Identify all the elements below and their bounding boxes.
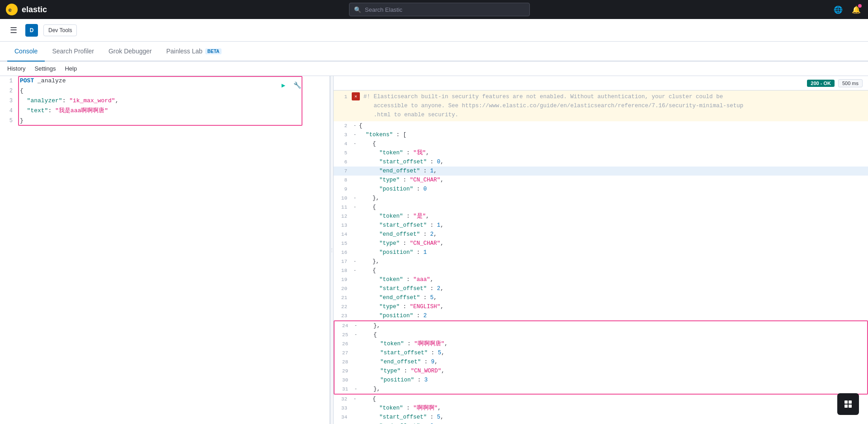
bottom-right-button[interactable] <box>837 393 859 415</box>
resp-line-2: 2 - { <box>334 121 868 130</box>
response-comment-line: #! Elasticsearch built-in security featu… <box>363 92 868 119</box>
resp-line-31: 31 - }, <box>335 385 867 394</box>
notification-badge-dot <box>858 4 862 8</box>
resp-line-30: 30 "position" : 3 <box>335 376 867 385</box>
svg-rect-3 <box>849 400 852 404</box>
search-placeholder: Search Elastic <box>365 6 402 13</box>
resp-line-22: 22 "type" : "ENGLISH", <box>334 302 868 311</box>
main-content-area: ▶ 🔧 1 POST _analyze 2 { 3 "analyzer": "i… <box>0 76 868 424</box>
search-input-wrapper[interactable]: 🔍 Search Elastic <box>349 3 530 16</box>
response-panel: 200 - OK 500 ms 1 ✕ #! Elasticsearch bui… <box>334 76 868 424</box>
globe-icon-button[interactable]: 🌐 <box>832 3 844 16</box>
resp-line-16: 16 "position" : 1 <box>334 248 868 257</box>
beta-badge: BETA <box>205 48 222 54</box>
resp-line-3: 3 - "tokens" : [ <box>334 130 868 139</box>
tab-search-profiler[interactable]: Search Profiler <box>45 42 101 62</box>
svg-rect-5 <box>849 405 852 408</box>
resp-line-35: 35 "end_offset" : 8, <box>334 422 868 424</box>
console-toolbar: History Settings Help <box>0 62 868 76</box>
resp-line-26: 26 "token" : "啊啊啊唐", <box>335 339 867 348</box>
resp-line-21: 21 "end_offset" : 5, <box>334 293 868 302</box>
dev-tools-avatar: D <box>25 24 38 37</box>
resp-line-8: 8 "type" : "CN_CHAR", <box>334 176 868 185</box>
editor-line-3: 3 "analyzer": "ik_max_word", <box>0 96 330 106</box>
editor-line-4: 4 "text": "我是aaa啊啊啊唐" <box>0 106 330 116</box>
resp-line-20: 20 "start_offset" : 2, <box>334 284 868 293</box>
resp-line-11: 11 - { <box>334 203 868 212</box>
resp-line-32: 32 - { <box>334 395 868 404</box>
dev-tools-button[interactable]: Dev Tools <box>43 24 77 36</box>
resp-line-27: 27 "start_offset" : 5, <box>335 348 867 357</box>
resp-line-17: 17 - }, <box>334 257 868 266</box>
warning-icon[interactable]: ✕ <box>352 92 360 100</box>
resp-line-29: 29 "type" : "CN_WORD", <box>335 367 867 376</box>
search-icon: 🔍 <box>354 6 361 13</box>
svg-rect-2 <box>844 400 848 404</box>
editor-toolbar: ▶ 🔧 <box>278 80 302 91</box>
resp-line-28: 28 "end_offset" : 9, <box>335 357 867 367</box>
resp-line-19: 19 "token" : "aaa", <box>334 275 868 284</box>
resp-line-10: 10 - }, <box>334 194 868 203</box>
resp-line-13: 13 "start_offset" : 1, <box>334 221 868 230</box>
editor-panel: ▶ 🔧 1 POST _analyze 2 { 3 "analyzer": "i… <box>0 76 330 424</box>
response-toolbar: 200 - OK 500 ms <box>334 76 868 91</box>
resp-line-14: 14 "end_offset" : 2, <box>334 230 868 239</box>
nav-right-actions: 🌐 🔔 <box>832 3 863 16</box>
editor-content[interactable]: ▶ 🔧 1 POST _analyze 2 { 3 "analyzer": "i… <box>0 76 330 424</box>
resp-line-24: 24 - }, <box>335 321 867 330</box>
tab-painless-lab[interactable]: Painless Lab BETA <box>159 42 229 62</box>
global-search-bar: 🔍 Search Elastic <box>52 3 826 16</box>
elastic-brand-text: elastic <box>22 5 47 14</box>
svg-rect-4 <box>844 405 848 408</box>
resp-line-15: 15 "type" : "CN_CHAR", <box>334 239 868 248</box>
logo-area: e elastic <box>5 3 47 16</box>
time-badge: 500 ms <box>838 79 863 87</box>
red-highlight-box: 24 - }, 25 - { 26 "token" : "啊啊啊唐", 27 <box>334 320 868 395</box>
resp-line-34: 34 "start_offset" : 5, <box>334 413 868 422</box>
history-button[interactable]: History <box>7 65 25 72</box>
help-button[interactable]: Help <box>65 65 77 72</box>
resp-line-23: 23 "position" : 2 <box>334 311 868 320</box>
settings-button[interactable]: Settings <box>34 65 56 72</box>
resp-line-33: 33 "token" : "啊啊啊", <box>334 404 868 413</box>
top-navigation: e elastic 🔍 Search Elastic 🌐 🔔 <box>0 0 868 19</box>
status-badge: 200 - OK <box>807 80 835 87</box>
resp-line-12: 12 "token" : "是", <box>334 212 868 221</box>
resp-line-7: 7 "end_offset" : 1, <box>334 167 868 176</box>
resp-line-5: 5 "token" : "我", <box>334 148 868 157</box>
hamburger-menu-button[interactable]: ☰ <box>7 24 20 37</box>
svg-text:e: e <box>9 6 12 13</box>
secondary-navigation: ☰ D Dev Tools <box>0 19 868 42</box>
tab-bar: Console Search Profiler Grok Debugger Pa… <box>0 42 868 62</box>
svg-point-0 <box>6 4 18 15</box>
tab-console[interactable]: Console <box>7 42 45 62</box>
notifications-button[interactable]: 🔔 <box>850 3 863 16</box>
bottom-right-icon <box>844 400 853 409</box>
resp-line-25: 25 - { <box>335 330 867 339</box>
resp-line-9: 9 "position" : 0 <box>334 185 868 194</box>
panel-divider[interactable]: ⋮ <box>330 76 334 424</box>
elastic-logo: e <box>5 3 18 16</box>
editor-line-5: 5 } <box>0 116 330 126</box>
tools-button[interactable]: 🔧 <box>292 80 302 91</box>
resp-line-18: 18 - { <box>334 266 868 275</box>
response-content[interactable]: 1 ✕ #! Elasticsearch built-in security f… <box>334 91 868 424</box>
tab-grok-debugger[interactable]: Grok Debugger <box>101 42 159 62</box>
resp-line-6: 6 "start_offset" : 0, <box>334 157 868 167</box>
resp-line-4: 4 - { <box>334 139 868 148</box>
run-button[interactable]: ▶ <box>278 80 289 91</box>
